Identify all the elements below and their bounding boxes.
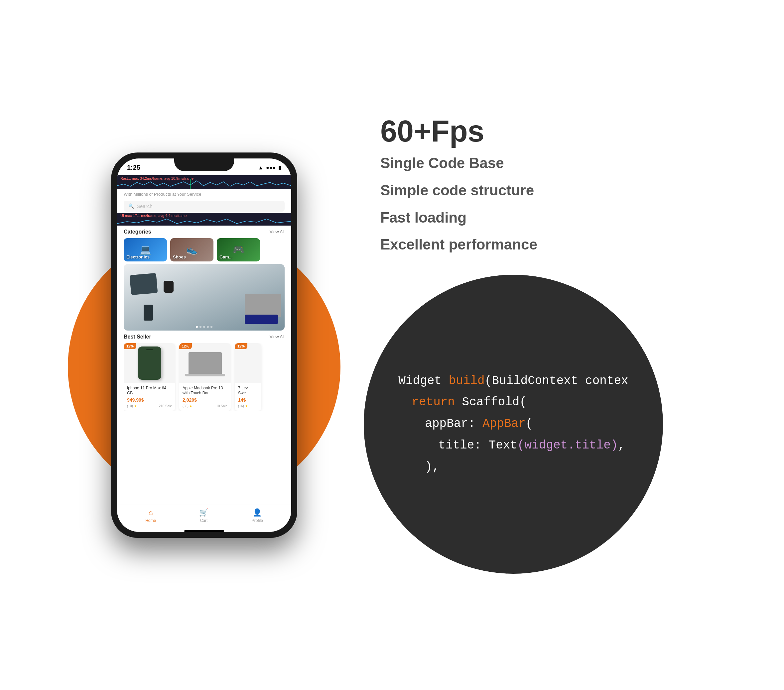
macbook-rating-count: (56) (183, 404, 188, 408)
keyboard-silhouette (245, 315, 278, 324)
features-text: 60+Fps Single Code Base Simple code stru… (380, 116, 730, 255)
home-indicator (184, 530, 224, 532)
code-line-4: title: Text(widget.title), (398, 435, 628, 457)
search-icon: 🔍 (128, 203, 134, 209)
phone-screen: 1:25 ▲ ●●● ▮ Rast... max 34.2ms/frame, a… (117, 158, 291, 532)
phone-silhouette (143, 305, 153, 320)
nav-cart[interactable]: 🛒 Cart (199, 508, 208, 523)
category-electronics[interactable]: 💻 Electronics (124, 238, 167, 261)
code-line-5: ), (398, 457, 628, 478)
third-info: 7 Lev Swe... 14$ (16) ★ (235, 383, 261, 411)
bestseller-title: Best Seller (124, 334, 151, 340)
iphone-discount-badge: 12% (124, 343, 136, 349)
macbook-info: Apple Macbook Pro 13 with Touch Bar 2,02… (179, 383, 231, 411)
third-meta: (16) ★ (238, 404, 258, 408)
iphone-rating-count: (10) (127, 404, 133, 408)
dot-4[interactable] (207, 326, 209, 328)
products-list: 12% İphone 11 Pro Max 64 GB 949.99$ (10) (124, 343, 285, 411)
third-name: 7 Lev Swe... (238, 386, 258, 396)
battery-icon: ▮ (278, 164, 281, 171)
perf-label-1: Rast... max 34.2ms/frame, avg 10.9ms/fra… (120, 176, 193, 181)
watch-silhouette (163, 281, 173, 293)
bottom-nav: ⌂ Home 🛒 Cart 👤 Profile (117, 504, 291, 527)
code-line-1: Widget build(BuildContext contex (398, 370, 628, 392)
third-image-area (235, 343, 261, 383)
feature-simple-structure: Simple code structure (380, 180, 730, 200)
code-build-params: (BuildContext contex (485, 374, 628, 388)
feature-single-code: Single Code Base (380, 153, 730, 173)
nav-profile[interactable]: 👤 Profile (252, 508, 263, 523)
iphone-price: 949.99$ (127, 397, 172, 402)
shoes-icon: 👟 (186, 244, 198, 255)
code-line-2: return Scaffold( (398, 392, 628, 413)
code-title-comma: , (618, 439, 625, 452)
app-tagline: With Millions of Products at Your Servic… (124, 192, 285, 197)
product-card-third[interactable]: 12% 7 Lev Swe... 14$ (16) ★ (235, 343, 261, 411)
macbook-discount-badge: 12% (179, 343, 192, 349)
search-placeholder: Search (137, 203, 153, 209)
perf-label-2: UI max 17.1 ms/frame, avg 4.4 ms/frame (120, 214, 186, 218)
code-line-3: appBar: AppBar( (398, 413, 628, 435)
code-widget-keyword: Widget (398, 374, 448, 388)
third-rating-count: (16) (238, 404, 244, 408)
carousel-dots (196, 326, 212, 328)
banner-tech-image (124, 264, 285, 330)
product-card-iphone[interactable]: 12% İphone 11 Pro Max 64 GB 949.99$ (10) (124, 343, 175, 411)
code-text-class: Text (489, 439, 517, 452)
perf-bar-2: UI max 17.1 ms/frame, avg 4.4 ms/frame (117, 213, 291, 225)
categories-view-all[interactable]: View All (270, 229, 285, 234)
macbook-rating: (56) ★ (183, 404, 193, 408)
code-scaffold: Scaffold( (455, 395, 527, 409)
nav-home-label: Home (145, 518, 156, 523)
macbook-sales: 10 Sale (216, 404, 227, 408)
nav-home[interactable]: ⌂ Home (145, 508, 156, 523)
code-appbar-paren: ( (525, 417, 533, 430)
iphone-info: İphone 11 Pro Max 64 GB 949.99$ (10) ★ 2… (124, 383, 175, 411)
cart-icon: 🛒 (199, 508, 208, 517)
status-icons: ▲ ●●● ▮ (258, 164, 281, 171)
code-circle: Widget build(BuildContext contex return … (364, 275, 663, 574)
code-widget-title: (widget.title) (517, 439, 618, 452)
banner-content (124, 264, 285, 330)
phone-showcase: 1:25 ▲ ●●● ▮ Rast... max 34.2ms/frame, a… (54, 63, 354, 628)
third-star: ★ (245, 404, 248, 408)
categories-list: 💻 Electronics 👟 Shoes 🎮 (124, 238, 285, 261)
categories-title: Categories (124, 229, 151, 235)
dot-2[interactable] (199, 326, 201, 328)
banner-carousel[interactable] (124, 264, 285, 330)
status-time: 1:25 (127, 164, 140, 171)
code-return-keyword: return (412, 395, 455, 409)
category-electronics-label: Electronics (126, 255, 150, 260)
code-appbar-class: AppBar (483, 417, 525, 430)
feature-fast-loading: Fast loading (380, 207, 730, 228)
code-appbar-key: appBar: (425, 417, 483, 430)
iphone-image (138, 347, 161, 380)
dot-5[interactable] (211, 326, 212, 328)
macbook-name: Apple Macbook Pro 13 with Touch Bar (183, 386, 227, 396)
third-rating: (16) ★ (238, 404, 248, 408)
gaming-icon: 🎮 (233, 244, 244, 255)
feature-excellent-perf: Excellent performance (380, 234, 730, 255)
bestseller-view-all[interactable]: View All (270, 334, 285, 339)
macbook-price: 2,020$ (183, 397, 227, 402)
categories-section: Categories View All 💻 Electronics � (117, 225, 291, 264)
code-build-method: build (449, 374, 485, 388)
category-shoes[interactable]: 👟 Shoes (170, 238, 214, 261)
product-card-macbook[interactable]: 12% Apple Macbook Pro 13 with Touch Bar … (179, 343, 231, 411)
macbook-meta: (56) ★ 10 Sale (183, 404, 227, 408)
tablet-silhouette (130, 273, 158, 295)
iphone-name: İphone 11 Pro Max 64 GB (127, 386, 172, 396)
category-shoes-label: Shoes (173, 255, 186, 260)
code-close-paren: ), (425, 460, 439, 474)
code-block: Widget build(BuildContext contex return … (378, 357, 648, 491)
nav-profile-label: Profile (252, 518, 263, 523)
iphone-star: ★ (133, 404, 137, 408)
search-bar[interactable]: 🔍 Search (124, 200, 285, 212)
electronics-icon: 💻 (140, 244, 151, 255)
fps-title: 60+Fps (380, 116, 730, 146)
category-gaming[interactable]: 🎮 Gam... (217, 238, 260, 261)
dot-1[interactable] (196, 326, 198, 328)
phone-notch (174, 158, 234, 171)
dot-3[interactable] (203, 326, 205, 328)
nav-cart-label: Cart (200, 518, 208, 523)
